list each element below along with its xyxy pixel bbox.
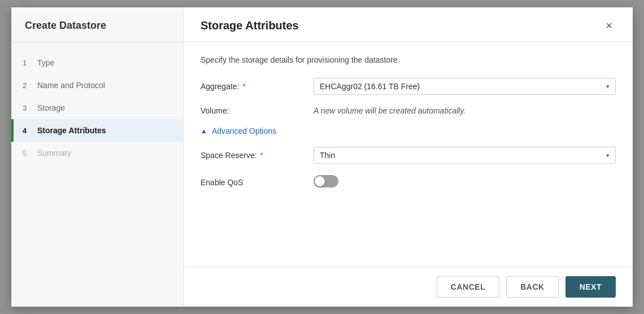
volume-row: Volume: A new volume will be created aut…: [201, 106, 616, 115]
volume-value: A new volume will be created automatical…: [314, 106, 616, 115]
space-reserve-value: Thin ▾: [314, 147, 616, 164]
main-content: Storage Attributes × Specify the storage…: [184, 7, 633, 307]
close-button[interactable]: ×: [602, 19, 616, 32]
step-label-storage-attributes: Storage Attributes: [37, 126, 106, 135]
advanced-options-toggle[interactable]: ▲ Advanced Options: [201, 127, 616, 136]
main-header: Storage Attributes ×: [184, 7, 633, 42]
step-label-storage: Storage: [37, 103, 65, 112]
sidebar: Create Datastore 1 Type 2 Name and Proto…: [11, 7, 184, 307]
sidebar-item-type[interactable]: 1 Type: [11, 51, 183, 74]
aggregate-row: Aggregate: * EHCAggr02 (16.61 TB Free) ▾: [201, 78, 616, 95]
step-label-name-protocol: Name and Protocol: [37, 81, 105, 90]
space-reserve-select[interactable]: Thin ▾: [314, 147, 616, 164]
enable-qos-toggle[interactable]: [314, 175, 338, 187]
chevron-down-icon-2: ▾: [606, 152, 610, 159]
aggregate-required: *: [242, 82, 245, 91]
step-number-4: 4: [23, 127, 31, 135]
chevron-down-icon: ▾: [606, 83, 610, 90]
aggregate-label: Aggregate: *: [201, 82, 314, 91]
back-button[interactable]: BACK: [506, 276, 558, 298]
enable-qos-label: Enable QoS: [201, 178, 314, 187]
step-number-2: 2: [23, 81, 31, 90]
space-reserve-label: Space Reserve: *: [201, 151, 314, 160]
space-reserve-required: *: [260, 151, 263, 160]
chevron-up-icon: ▲: [201, 127, 207, 135]
section-title: Storage Attributes: [201, 19, 299, 32]
volume-label: Volume:: [201, 106, 314, 115]
main-body: Specify the storage details for provisio…: [184, 42, 633, 267]
step-label-summary: Summary: [37, 149, 71, 158]
steps-list: 1 Type 2 Name and Protocol 3 Storage 4 S…: [11, 42, 183, 173]
modal-overlay: Create Datastore 1 Type 2 Name and Proto…: [0, 0, 644, 314]
modal-title: Create Datastore: [11, 7, 183, 42]
next-button[interactable]: NEXT: [565, 276, 616, 298]
description-text: Specify the storage details for provisio…: [201, 55, 616, 64]
sidebar-item-storage[interactable]: 3 Storage: [11, 97, 183, 119]
aggregate-value: EHCAggr02 (16.61 TB Free) ▾: [314, 78, 616, 95]
sidebar-item-storage-attributes[interactable]: 4 Storage Attributes: [11, 119, 183, 142]
step-number-1: 1: [23, 59, 31, 67]
aggregate-select[interactable]: EHCAggr02 (16.61 TB Free) ▾: [314, 78, 616, 95]
enable-qos-row: Enable QoS: [201, 175, 616, 189]
main-footer: CANCEL BACK NEXT: [184, 267, 633, 307]
space-reserve-row: Space Reserve: * Thin ▾: [201, 147, 616, 164]
cancel-button[interactable]: CANCEL: [437, 276, 499, 298]
sidebar-item-summary[interactable]: 5 Summary: [11, 142, 183, 164]
toggle-knob: [315, 176, 325, 186]
enable-qos-toggle-container: [314, 175, 616, 189]
step-label-type: Type: [37, 58, 54, 67]
step-number-5: 5: [23, 149, 31, 158]
modal: Create Datastore 1 Type 2 Name and Proto…: [11, 7, 633, 307]
sidebar-item-name-protocol[interactable]: 2 Name and Protocol: [11, 74, 183, 97]
step-number-3: 3: [23, 104, 31, 112]
